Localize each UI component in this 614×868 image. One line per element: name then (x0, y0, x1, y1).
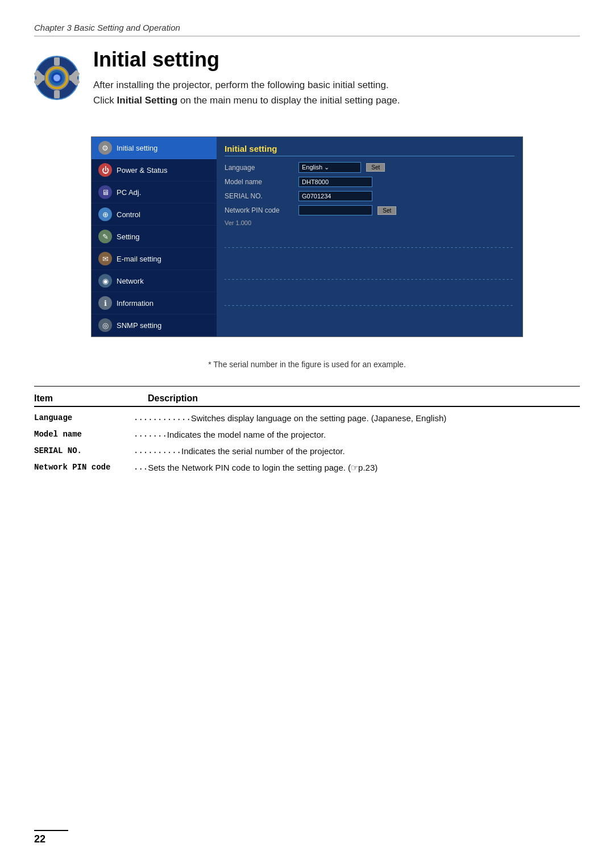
power-icon: ⏻ (98, 163, 112, 177)
item-dots-model: ....... (134, 428, 167, 442)
svg-point-12 (53, 74, 60, 81)
monitor-icon: 🖥 (98, 185, 112, 199)
serial-label: SERIAL NO. (225, 192, 298, 200)
sidebar-label-setting: Setting (117, 232, 139, 241)
sidebar-label-network: Network (117, 277, 144, 285)
section-icon (34, 55, 80, 101)
model-name-value: DHT8000 (298, 177, 515, 187)
sidebar-item-control[interactable]: ⊕ Control (92, 203, 217, 226)
serial-field: G0701234 (298, 191, 372, 201)
sidebar-label-control: Control (117, 210, 140, 219)
language-select[interactable]: English ⌄ (298, 162, 361, 173)
sidebar-label-snmp: SNMP setting (117, 321, 161, 330)
gear-icon: ⚙ (98, 141, 112, 155)
item-dots-language: ............ (134, 412, 191, 425)
table-row-serial: SERIAL NO. .......... Indicates the seri… (34, 445, 580, 458)
svg-rect-1 (54, 57, 60, 65)
table-row-language: Language ............ Switches display l… (34, 412, 580, 425)
sidebar-label-pc-adj: PC Adj. (117, 188, 141, 197)
serial-value: G0701234 (298, 191, 515, 201)
item-name-serial: SERIAL NO. (34, 445, 134, 458)
dotted-line-1 (225, 243, 515, 251)
item-name-pin: Network PIN code (34, 461, 134, 475)
table-row-pin: Network PIN code ... Sets the Network PI… (34, 461, 580, 475)
item-desc-model: Indicates the model name of the projecto… (167, 428, 326, 442)
control-icon: ⊕ (98, 207, 112, 221)
email-icon: ✉ (98, 252, 112, 265)
title-text: Initial setting After installing the pro… (93, 48, 400, 108)
sidebar-item-information[interactable]: ℹ Information (92, 292, 217, 314)
item-name-language: Language (34, 412, 134, 425)
chapter-header: Chapter 3 Basic Setting and Operation (34, 23, 580, 36)
pin-field[interactable] (298, 205, 372, 215)
pin-row: Network PIN code Set (225, 205, 515, 215)
dotted-line-2 (225, 275, 515, 283)
description-table: Item Description Language ............ S… (34, 393, 580, 475)
sidebar-item-initial-setting[interactable]: ⚙ Initial setting (92, 137, 217, 159)
col-item-header: Item (34, 393, 148, 404)
sidebar-label-power-status: Power & Status (117, 166, 168, 175)
language-value: English ⌄ Set (298, 162, 515, 173)
model-name-field: DHT8000 (298, 177, 372, 187)
sidebar-item-network[interactable]: ◉ Network (92, 270, 217, 292)
item-desc-pin: Sets the Network PIN code to login the s… (148, 461, 377, 475)
sidebar-item-email-setting[interactable]: ✉ E-mail setting (92, 248, 217, 270)
svg-rect-2 (54, 90, 60, 98)
main-panel-title: Initial setting (225, 144, 515, 156)
main-panel: Initial setting Language English ⌄ Set M… (217, 137, 522, 337)
serial-row: SERIAL NO. G0701234 (225, 191, 515, 201)
table-row-model-name: Model name ....... Indicates the model n… (34, 428, 580, 442)
language-row: Language English ⌄ Set (225, 162, 515, 173)
snmp-icon: ◎ (98, 318, 112, 332)
item-dots-serial: .......... (134, 445, 181, 458)
sidebar-item-power-status[interactable]: ⏻ Power & Status (92, 159, 217, 181)
screenshot-container: ⚙ Initial setting ⏻ Power & Status 🖥 PC … (91, 136, 523, 337)
model-name-label: Model name (225, 178, 298, 186)
sidebar-item-setting[interactable]: ✎ Setting (92, 226, 217, 248)
screenshot-caption: * The serial number in the figure is use… (34, 360, 580, 369)
table-header: Item Description (34, 393, 580, 407)
pin-set-button[interactable]: Set (377, 206, 396, 215)
language-label: Language (225, 164, 298, 172)
sidebar: ⚙ Initial setting ⏻ Power & Status 🖥 PC … (92, 137, 217, 337)
item-desc-serial: Indicates the serial number of the proje… (181, 445, 345, 458)
sidebar-item-pc-adj[interactable]: 🖥 PC Adj. (92, 181, 217, 203)
language-set-button[interactable]: Set (366, 163, 385, 172)
page-title: Initial setting (93, 48, 400, 72)
info-icon: ℹ (98, 296, 112, 310)
item-dots-pin: ... (134, 461, 148, 475)
sidebar-label-email: E-mail setting (117, 255, 161, 263)
setting-icon: ✎ (98, 230, 112, 243)
pin-value: Set (298, 205, 515, 215)
dotted-line-3 (225, 301, 515, 309)
item-name-model: Model name (34, 428, 134, 442)
sidebar-label-information: Information (117, 299, 154, 308)
title-row: Initial setting After installing the pro… (34, 48, 580, 108)
pin-label: Network PIN code (225, 206, 298, 214)
network-icon: ◉ (98, 274, 112, 288)
version-text: Ver 1.000 (225, 219, 515, 226)
page-number: 22 (34, 830, 68, 845)
model-name-row: Model name DHT8000 (225, 177, 515, 187)
sidebar-item-snmp[interactable]: ◎ SNMP setting (92, 314, 217, 337)
item-desc-language: Switches display language on the setting… (191, 412, 446, 425)
sidebar-label-initial-setting: Initial setting (117, 144, 157, 152)
page-description: After installing the projector, perform … (93, 77, 400, 108)
col-desc-header: Description (148, 393, 198, 404)
